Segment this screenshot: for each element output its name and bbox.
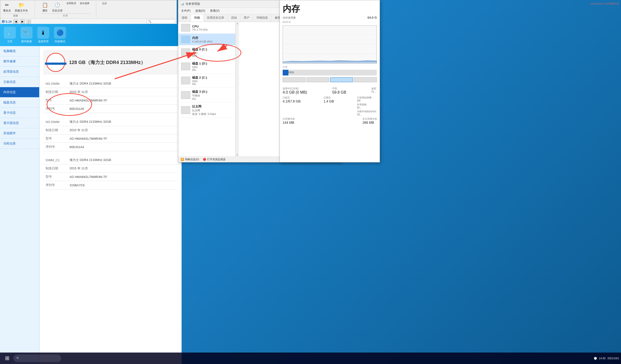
sidebar-item-memory[interactable]: 内存信息 bbox=[0, 87, 39, 98]
hardware-info-app: 💧 主页 🔧 硬件检测 🌡 温度管理 🔵 性能测试 电脑概览 硬件健康 处理器信… bbox=[0, 24, 182, 364]
tm-list-item-disk2[interactable]: 磁盘 2 (C:) SSD0% bbox=[178, 74, 235, 88]
mem-stats-row-3: 分页缓冲池 144 MB 非分页缓冲池 266 MB bbox=[283, 117, 377, 124]
tm-list-item-disk0[interactable]: 磁盘 0 (C:) SSD99% bbox=[178, 45, 235, 59]
menu-view[interactable]: 查看(V) bbox=[209, 8, 221, 13]
ethernet-mini-graph bbox=[181, 106, 190, 114]
sidebar-item-health[interactable]: 硬件健康 bbox=[0, 56, 39, 67]
history-icon: 🕐 bbox=[54, 2, 61, 8]
memory-panel-title: 内存 bbox=[283, 3, 377, 15]
memory-slot-2-table: NO DIMM 海力士 DDR4 2133MHz 32GB 制造日期 2015 … bbox=[43, 118, 178, 151]
scroll-up-icon[interactable]: ▲ bbox=[237, 22, 239, 25]
in-use-stat: 使用中(已压缩) 4.0 GB (0 MB) bbox=[283, 87, 307, 95]
memory-graph-svg bbox=[283, 26, 377, 63]
ribbon-group-open: 📋 属性 🕐 历史记录 全部取消 反向选择 打开 bbox=[41, 1, 90, 17]
menu-file[interactable]: 文件(F) bbox=[180, 8, 191, 13]
tm-list-item-memory[interactable]: 内存 4.1/63.8 GB (6%) bbox=[178, 34, 235, 45]
hw-content: 电脑概览 硬件健康 处理器信息 主板信息 内存信息 磁盘信息 显卡信息 显示器信… bbox=[0, 46, 182, 364]
deselect-all-button[interactable]: 全部取消 bbox=[66, 1, 77, 13]
search-icon: 🔍 bbox=[16, 357, 20, 360]
cached-stat: 已缓存 1.4 GB bbox=[324, 96, 334, 116]
sidebar-item-other[interactable]: 其他硬件 bbox=[0, 128, 39, 138]
non-paged-pool-stat: 非分页缓冲池 266 MB bbox=[362, 117, 377, 124]
tab-temp[interactable]: 🌡 温度管理 bbox=[37, 27, 49, 43]
used-slots-stat: 已使用的插槽: 2/4 外形规格: DI... 为硬件保留的内存: 15... bbox=[357, 96, 377, 116]
back-button[interactable]: ◀ bbox=[13, 19, 18, 24]
tm-list-item-disk1[interactable]: 磁盘 1 (D:) SSD0% bbox=[178, 59, 235, 74]
available-stat: 可用 59.8 GB bbox=[332, 87, 346, 95]
memory-slot-3-table: DIMM_C1 海力士 DDR4 2133MHz 32GB 制造日期 2015 … bbox=[43, 156, 178, 189]
start-button[interactable]: ⊞ bbox=[2, 353, 12, 364]
tab-home[interactable]: 💧 主页 bbox=[4, 27, 16, 43]
tab-performance[interactable]: 性能 bbox=[191, 14, 204, 22]
summary-info-button[interactable]: 🔽 简略信息(D) bbox=[181, 158, 199, 161]
history-button[interactable]: 🕐 历史记录 bbox=[51, 1, 64, 13]
memory-stats-section: 使用中(已压缩) 4.0 GB (0 MB) 可用 59.8 GB 速度: 21… bbox=[283, 87, 377, 126]
table-row: 型号 AD HMA84GL7MMR4N-TF bbox=[43, 134, 178, 143]
taskbar-time: 14:30 bbox=[599, 357, 606, 360]
mem-stats-row-1: 使用中(已压缩) 4.0 GB (0 MB) 可用 59.8 GB 速度: 21… bbox=[283, 87, 377, 95]
rename-icon: ✏ bbox=[4, 2, 11, 8]
memory-used-bar-fill bbox=[283, 70, 288, 75]
slot-3-vis bbox=[330, 77, 353, 82]
memory-slot-visualization bbox=[283, 77, 377, 82]
properties-icon: 📋 bbox=[42, 2, 48, 8]
table-row: NO DIMM 海力士 DDR4 2133MHz 32GB bbox=[43, 80, 178, 88]
table-row: DIMM_C1 海力士 DDR4 2133MHz 32GB bbox=[43, 156, 178, 164]
new-folder-button[interactable]: 📁 新建文件夹 bbox=[14, 1, 29, 13]
hw-main-content: ▬▬▬ 128 GB（海力士 DDR4 2133MHz） NO DIMM 海力士… bbox=[39, 46, 182, 364]
memory-subtitle-line: 63.8 G bbox=[283, 20, 377, 23]
menu-options[interactable]: 选项(O) bbox=[194, 8, 206, 13]
memory-slot-1-table: NO DIMM 海力士 DDR4 2133MHz 32GB 制造日期 2015 … bbox=[43, 80, 178, 113]
taskbar-date: 2021/10/1 bbox=[607, 357, 619, 360]
invert-select-button[interactable]: 反向选择 bbox=[79, 1, 90, 13]
tab-perf[interactable]: 🔵 性能测试 bbox=[54, 27, 66, 43]
tm-list-item-disk3[interactable]: 磁盘 3 (G:) 可移动0% bbox=[178, 88, 235, 102]
speed-stat: 速度: 21... bbox=[371, 87, 377, 95]
cpu-mini-graph bbox=[181, 24, 190, 32]
tab-app-history[interactable]: 应用历史记录 bbox=[204, 14, 228, 22]
ribbon-group-new: ✏ 重命名 📁 新建文件夹 新建 bbox=[2, 1, 29, 17]
sidebar-item-disk[interactable]: 磁盘信息 bbox=[0, 98, 39, 108]
up-button[interactable]: ↑ bbox=[27, 20, 31, 24]
sidebar-item-cpu[interactable]: 处理器信息 bbox=[0, 67, 39, 77]
sidebar-item-monitor[interactable]: 显示器信息 bbox=[0, 118, 39, 128]
open-resource-monitor-button[interactable]: 🔴 打开资源监视器 bbox=[203, 158, 225, 161]
ribbon-group-select: 选择 bbox=[102, 1, 107, 17]
sidebar-item-power[interactable]: 功耗估算 bbox=[0, 138, 39, 149]
composition-label: 内存组合 bbox=[283, 70, 377, 75]
tab-details[interactable]: 详细信息 bbox=[253, 14, 271, 22]
tab-process[interactable]: 进程 bbox=[178, 14, 191, 22]
perf-icon: 🔵 bbox=[54, 27, 66, 39]
tm-list-item-cpu[interactable]: CPU 7% 2.74 GHz bbox=[178, 22, 235, 34]
memory-total-value: 64.0 G bbox=[367, 16, 377, 19]
taskbar: ⊞ 🔍 🕐 14:30 2021/10/1 bbox=[0, 352, 621, 364]
sidebar-item-motherboard[interactable]: 主板信息 bbox=[0, 77, 39, 87]
taskbar-search[interactable]: 🔍 bbox=[13, 354, 61, 362]
tm-performance-list: CPU 7% 2.74 GHz 内存 4.1/63.8 GB (6%) bbox=[178, 22, 236, 156]
svg-marker-3 bbox=[283, 61, 377, 63]
slot-1-vis bbox=[283, 77, 306, 82]
memory-in-use-label: 已停 bbox=[283, 66, 377, 69]
tab-hardware-detect[interactable]: 🔧 硬件检测 bbox=[20, 27, 33, 43]
tm-list-item-ethernet[interactable]: 以太网 以太网发送: 0 接收: 0 Kbps bbox=[178, 102, 235, 118]
properties-button[interactable]: 📋 属性 bbox=[41, 1, 49, 13]
rename-button[interactable]: ✏ 重命名 bbox=[2, 1, 12, 13]
hardware-detect-icon: 🔧 bbox=[20, 27, 33, 39]
forward-button[interactable]: ▶ bbox=[20, 19, 25, 24]
disk0-mini-graph bbox=[181, 49, 190, 56]
scroll-down-icon[interactable]: ▼ bbox=[237, 154, 239, 156]
table-row: NO DIMM 海力士 DDR4 2133MHz 32GB bbox=[43, 118, 178, 126]
tm-scrollbar[interactable]: ▲ ▼ bbox=[236, 22, 239, 156]
memory-title: 128 GB（海力士 DDR4 2133MHz） bbox=[69, 59, 145, 66]
table-row: 序列号 80E431A6 bbox=[43, 105, 178, 113]
clock-icon: 🕐 bbox=[594, 357, 597, 360]
disk3-mini-graph bbox=[181, 91, 190, 99]
tab-startup[interactable]: 启动 bbox=[228, 14, 240, 22]
tab-users[interactable]: 用户 bbox=[240, 14, 253, 22]
sidebar-item-overview[interactable]: 电脑概览 bbox=[0, 46, 39, 56]
mem-stats-row-2: 已提交 4.1/67.8 GB 已缓存 1.4 GB 已使用的插槽: 2/4 外… bbox=[283, 96, 377, 116]
sidebar-item-gpu[interactable]: 显卡信息 bbox=[0, 108, 39, 118]
resource-monitor-icon: 🔴 bbox=[203, 158, 206, 161]
tm-title: 📊 任务管理器 bbox=[181, 2, 200, 6]
search-box[interactable]: 🔍 bbox=[146, 19, 175, 24]
